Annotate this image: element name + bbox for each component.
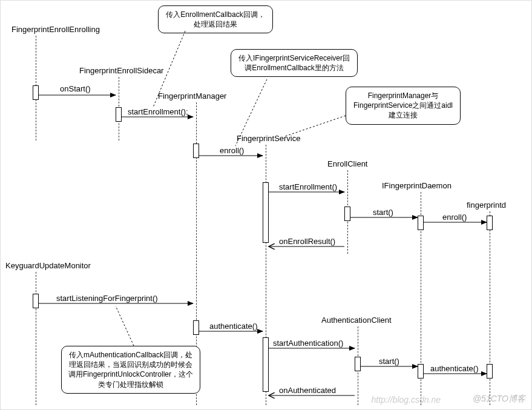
activation xyxy=(193,320,199,335)
msg-onauthenticated: onAuthenticated xyxy=(279,386,336,395)
activation xyxy=(344,207,350,221)
lifeline-bar xyxy=(36,272,36,405)
activation xyxy=(33,294,39,308)
activation xyxy=(418,364,424,379)
svg-line-2 xyxy=(285,116,346,136)
lifeline-head-fs: FingerprintService xyxy=(237,134,301,143)
msg-startauth: startAuthentication() xyxy=(273,339,343,348)
lifeline-head-kum: KeyguardUpdateMonitor xyxy=(5,261,91,270)
activation xyxy=(193,144,199,158)
note-auth-callback: 传入mAuthenticationCallback回调，处理返回结果，当返回识别… xyxy=(61,346,200,394)
lifeline-head-fes: FingerprintEnrollSidecar xyxy=(79,66,163,75)
msg-start2: start() xyxy=(379,357,399,366)
lifeline-head-ifd: IFingerprintDaemon xyxy=(382,181,452,190)
activation xyxy=(418,216,424,230)
sequence-diagram: FingerprintEnrollEnrolling FingerprintEn… xyxy=(0,0,532,410)
activation xyxy=(263,182,269,243)
watermark-url: http://blog.csdn.ne xyxy=(372,395,441,405)
watermark-brand: @51CTO博客 xyxy=(473,394,525,405)
msg-start1: start() xyxy=(373,208,393,217)
note-ifingerprint-receiver: 传入IFingerprintServiceReceiver回调Enrollmen… xyxy=(231,49,358,77)
note-enrollment-callback: 传入EnrollmentCallback回调，处理返回结果 xyxy=(158,5,273,33)
note-aidl: FingerprintManager与FingerprintService之间通… xyxy=(346,87,461,125)
lifeline-head-fee: FingerprintEnrollEnrolling xyxy=(11,25,100,34)
msg-startenrollment1: startEnrollment(); xyxy=(128,107,188,116)
activation xyxy=(33,85,39,100)
lifeline-head-ec: EnrollClient xyxy=(327,159,367,168)
msg-authenticate1: authenticate() xyxy=(209,322,258,331)
lifeline-head-fm: FingerprintManager xyxy=(158,91,226,101)
lifeline-head-fpd: fingerprintd xyxy=(467,200,506,210)
lifeline-head-ac: AuthenticationClient xyxy=(321,316,392,325)
msg-enroll1: enroll() xyxy=(220,146,244,155)
msg-startlistening: startListeningForFingerprint() xyxy=(56,294,158,303)
activation xyxy=(355,357,361,371)
msg-startenrollment2: startEnrollment() xyxy=(279,182,337,191)
activation xyxy=(487,216,493,230)
msg-onstart: onStart() xyxy=(60,84,91,93)
svg-line-3 xyxy=(116,306,134,346)
msg-authenticate2: authenticate() xyxy=(430,364,479,373)
activation xyxy=(116,107,122,122)
activation xyxy=(487,364,493,379)
msg-onenrollresult: onEnrollResult() xyxy=(279,237,335,246)
msg-enroll2: enroll() xyxy=(442,213,467,222)
activation xyxy=(263,337,269,392)
